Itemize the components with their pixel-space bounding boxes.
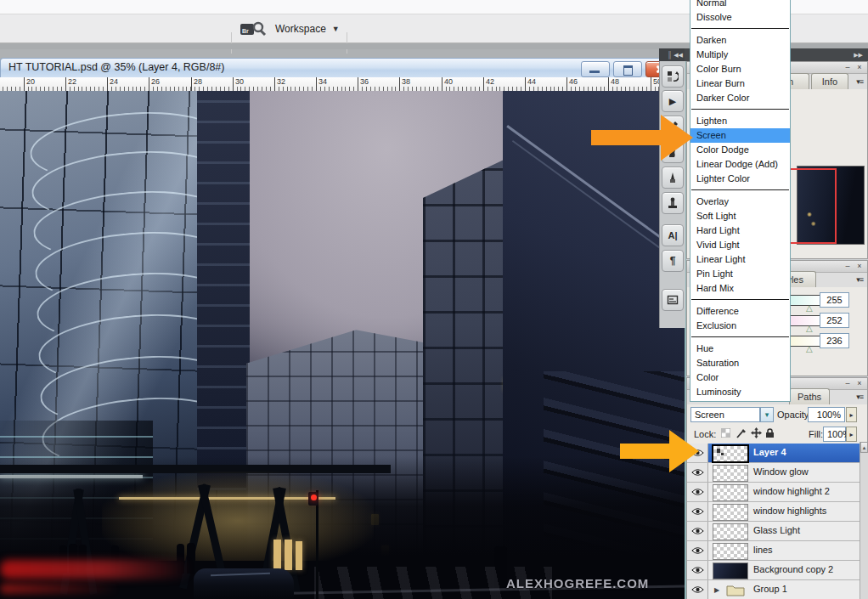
layer-thumbnail[interactable] <box>713 484 748 501</box>
layer-name[interactable]: window highlights <box>753 506 826 516</box>
actions-panel-button[interactable]: ▶ <box>662 90 684 112</box>
menu-item[interactable]: Luminosity <box>690 385 790 399</box>
visibility-toggle[interactable] <box>687 502 708 521</box>
menu-item[interactable]: Saturation <box>690 356 790 370</box>
layer-comps-panel-button[interactable] <box>662 289 684 311</box>
character-panel-button[interactable]: A| <box>662 224 684 246</box>
panel-close-icon[interactable]: × <box>855 263 864 270</box>
layer-thumbnail[interactable] <box>713 465 748 482</box>
layer-name[interactable]: Layer 4 <box>753 447 786 457</box>
layer-name[interactable]: Group 1 <box>753 584 787 594</box>
layer-name[interactable]: Background copy 2 <box>753 564 833 574</box>
navigator-proxy-rect[interactable] <box>784 168 837 244</box>
fill-field[interactable]: 100% <box>823 427 846 442</box>
menu-item[interactable]: Hard Mix <box>690 281 790 296</box>
red-slider-marker[interactable]: △ <box>806 304 813 313</box>
menu-item[interactable]: Hue <box>690 342 790 356</box>
launch-bridge-button[interactable]: Br <box>240 20 268 37</box>
menu-item[interactable]: Linear Dodge (Add) <box>690 157 790 172</box>
history-panel-button[interactable] <box>662 65 684 88</box>
blend-mode-dropdown-icon[interactable]: ▾ <box>760 407 774 422</box>
blend-mode-combobox[interactable]: Screen <box>690 407 760 422</box>
menu-item[interactable]: Linear Burn <box>690 76 790 91</box>
layer-row[interactable]: window highlights <box>687 502 860 522</box>
menu-item[interactable]: Pin Light <box>690 267 790 281</box>
lock-position-button[interactable] <box>749 427 763 439</box>
visibility-toggle[interactable] <box>687 483 708 501</box>
restore-button[interactable] <box>613 61 642 77</box>
menu-item[interactable]: Darken <box>690 33 790 48</box>
layer-name[interactable]: Glass Light <box>753 525 800 535</box>
green-value[interactable]: 252 <box>820 313 849 328</box>
group-expand-icon[interactable]: ▶ <box>714 586 719 594</box>
blue-value[interactable]: 236 <box>820 333 849 348</box>
visibility-toggle[interactable] <box>687 580 708 599</box>
clone-source-panel-button[interactable] <box>662 192 684 214</box>
panel-minimize-icon[interactable]: – <box>843 263 852 270</box>
menu-item[interactable]: Normal <box>690 0 790 10</box>
menu-item[interactable]: Color Dodge <box>690 143 790 157</box>
layer-thumbnail[interactable] <box>713 562 748 579</box>
tab-paths[interactable]: Paths <box>789 388 830 404</box>
workspace-button[interactable]: Workspace ▼ <box>275 21 340 37</box>
panel-menu-icon[interactable]: ▾≡ <box>856 77 863 86</box>
lock-transparency-button[interactable] <box>719 427 732 439</box>
layer-thumbnail[interactable] <box>712 444 749 463</box>
tab-info[interactable]: Info <box>811 73 848 89</box>
layer-thumbnail[interactable] <box>713 543 748 560</box>
green-slider-marker[interactable]: △ <box>806 325 813 333</box>
layer-name[interactable]: window highlight 2 <box>753 486 830 496</box>
blue-slider-marker[interactable]: △ <box>806 345 813 353</box>
panel-minimize-icon[interactable]: – <box>843 64 852 71</box>
menu-item[interactable]: Hard Light <box>690 223 790 238</box>
lock-paint-button[interactable] <box>735 427 748 439</box>
menu-item[interactable]: Exclusion <box>690 319 790 333</box>
menu-item[interactable]: Overlay <box>690 195 790 209</box>
layer-name[interactable]: Window glow <box>753 466 809 477</box>
menu-item[interactable]: Lighter Color <box>690 172 790 186</box>
layer-group-row[interactable]: ▶ Group 1 <box>687 580 860 599</box>
menu-item[interactable]: Soft Light <box>690 209 790 223</box>
visibility-toggle[interactable] <box>687 541 708 560</box>
opacity-field[interactable]: 100% <box>808 407 845 422</box>
layer-name[interactable]: lines <box>753 545 773 555</box>
panel-close-icon[interactable]: × <box>855 64 864 71</box>
opacity-label: Opacity: <box>777 410 811 420</box>
lock-all-button[interactable] <box>763 427 776 439</box>
menu-item-selected[interactable]: Screen <box>690 128 790 143</box>
opacity-spinner-icon[interactable]: ▸ <box>846 407 857 422</box>
horizontal-ruler[interactable]: 20 22 24 26 28 30 32 34 36 38 40 42 44 4… <box>0 77 685 92</box>
menu-item[interactable]: Darker Color <box>690 91 790 105</box>
red-value[interactable]: 255 <box>820 292 849 308</box>
panel-minimize-icon[interactable]: – <box>843 380 852 387</box>
menu-item[interactable]: Color <box>690 370 790 385</box>
document-canvas[interactable]: ALEXHOGREFE.COM <box>0 91 685 599</box>
scroll-up-icon[interactable]: ▲ <box>860 442 868 453</box>
layer-row[interactable]: window highlight 2 <box>687 483 860 502</box>
menu-item[interactable]: Vivid Light <box>690 238 790 252</box>
menu-item[interactable]: Multiply <box>690 48 790 62</box>
fill-spinner-icon[interactable]: ▸ <box>846 427 857 442</box>
layer-row[interactable]: Background copy 2 <box>687 561 860 580</box>
panel-menu-icon[interactable]: ▾≡ <box>856 393 863 401</box>
menu-item[interactable]: Dissolve <box>690 10 790 25</box>
brushes-panel-button[interactable] <box>662 167 684 189</box>
layer-thumbnail[interactable] <box>713 523 748 540</box>
dock-header[interactable]: ║ ◀◀ <box>659 48 685 61</box>
menu-item[interactable]: Lighten <box>690 114 790 128</box>
layers-scrollbar[interactable]: ▲ <box>860 442 868 599</box>
layer-row[interactable]: lines <box>687 541 860 561</box>
layer-row[interactable]: Window glow <box>687 463 860 483</box>
layer-row[interactable]: Glass Light <box>687 522 860 541</box>
paragraph-panel-button[interactable]: ¶ <box>662 250 684 272</box>
panel-menu-icon[interactable]: ▾≡ <box>856 275 863 284</box>
layer-row[interactable]: Layer 4 <box>687 444 860 463</box>
menu-item[interactable]: Difference <box>690 304 790 319</box>
minimize-button[interactable] <box>581 61 610 77</box>
visibility-toggle[interactable] <box>687 561 708 579</box>
visibility-toggle[interactable] <box>687 522 708 540</box>
menu-item[interactable]: Color Burn <box>690 62 790 76</box>
panel-close-icon[interactable]: × <box>855 380 864 387</box>
menu-item[interactable]: Linear Light <box>690 252 790 267</box>
layer-thumbnail[interactable] <box>713 504 748 521</box>
